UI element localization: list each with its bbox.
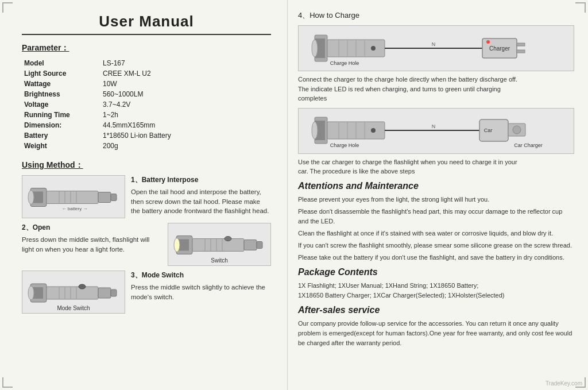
step-2-row: 2、Open Press down the middle switch, fla… (22, 223, 271, 266)
charge-diagram-2: Charge Hole N Car Car Charger (298, 108, 574, 154)
svg-point-49 (486, 40, 490, 44)
aftersales-text: Our company provide follow-up service fo… (298, 319, 574, 348)
how-to-charge-title: 4、How to Charge (298, 10, 574, 21)
charge-diagram-1: Charge Hole N Charger (298, 25, 574, 71)
svg-text:← battery →: ← battery → (62, 206, 88, 211)
step-3-title: 3、Mode Switch (131, 271, 271, 280)
param-value: 10W (82, 79, 271, 89)
page-title: User Manual (22, 13, 271, 30)
step-1-image: ← battery → (22, 175, 125, 218)
using-steps: ← battery → 1、Battery Interpose Open the… (22, 175, 271, 314)
param-value: 1~2h (82, 110, 271, 120)
step-3-desc: Press the middle switch slightly to achi… (131, 283, 271, 302)
param-row: Weight200g (22, 141, 271, 151)
svg-rect-20 (244, 240, 257, 250)
svg-point-19 (225, 236, 231, 241)
param-row: Voltage3.7~4.2V (22, 99, 271, 110)
svg-rect-14 (192, 238, 244, 251)
param-row: ModelLS-167 (22, 58, 271, 68)
svg-rect-21 (257, 241, 262, 248)
param-value: 200g (82, 141, 271, 151)
svg-rect-31 (98, 288, 111, 298)
param-label: Running Time (22, 110, 82, 120)
svg-point-58 (371, 128, 376, 133)
param-value: 3.7~4.2V (82, 99, 271, 110)
right-column: 4、How to Charge Charge Hole N (287, 0, 588, 390)
tradekey-watermark: TradeKey.com (546, 380, 582, 387)
step-2-text: 2、Open Press down the middle switch, fla… (22, 223, 162, 254)
param-row: Dimension:44.5mmX165mm (22, 120, 271, 130)
step-3-text: 3、Mode Switch Press the middle switch sl… (131, 271, 271, 302)
using-method-header: Using Method： (22, 160, 271, 171)
package-header: Package Contents (298, 267, 574, 277)
svg-text:Charge Hole: Charge Hole (330, 60, 359, 66)
svg-rect-47 (517, 43, 525, 46)
param-row: Running Time1~2h (22, 110, 271, 120)
svg-text:Charge Hole: Charge Hole (330, 142, 359, 148)
parameter-header: Parameter： (22, 43, 271, 53)
svg-rect-25 (47, 287, 98, 299)
step-2-title: 2、Open (22, 223, 162, 233)
param-value: LS-167 (82, 58, 271, 68)
param-value: 560~1000LM (82, 89, 271, 99)
svg-point-30 (79, 284, 86, 289)
svg-rect-8 (98, 192, 111, 202)
step-2-image-label: Switch (168, 257, 270, 264)
svg-rect-32 (111, 289, 117, 296)
attention-item: Clean the flashlight at once if it's sta… (298, 229, 574, 238)
title-divider (22, 34, 271, 35)
param-value: 1*18650 Li-ion Battery (82, 130, 271, 141)
corner-mark-tr (575, 2, 586, 13)
aftersales-header: After-sales service (298, 305, 574, 315)
param-row: Brightness560~1000LM (22, 89, 271, 99)
step-1-desc: Open the tail hood and interpose the bat… (131, 187, 271, 216)
charge-desc-2: Use the car charger to charge the flashl… (298, 157, 574, 176)
svg-text:N: N (431, 41, 435, 47)
attentions-list: Please prevent your eyes from the light,… (298, 195, 574, 262)
corner-mark-tl (2, 2, 13, 13)
param-value: CREE XM-L U2 (82, 68, 271, 79)
step-1-title: 1、Battery Interpose (131, 175, 271, 185)
svg-text:Charger: Charger (489, 45, 510, 52)
attentions-header: Attentions and Mainterance (298, 181, 574, 191)
param-label: Voltage (22, 99, 82, 110)
param-value: 44.5mmX165mm (82, 120, 271, 130)
svg-point-52 (312, 122, 318, 139)
svg-point-2 (28, 190, 34, 204)
svg-point-24 (28, 286, 34, 300)
step-2-image: Switch (168, 223, 271, 266)
param-label: Wattage (22, 79, 82, 89)
svg-rect-48 (517, 50, 525, 53)
svg-rect-3 (47, 191, 98, 203)
param-label: Weight (22, 141, 82, 151)
param-label: Dimension: (22, 120, 82, 130)
svg-text:Car: Car (483, 128, 492, 133)
step-1-row: ← battery → 1、Battery Interpose Open the… (22, 175, 271, 218)
attention-item: If you can't screw the flashlight smooth… (298, 241, 574, 250)
svg-point-41 (371, 46, 376, 51)
step-3-image: Mode Switch (22, 271, 125, 314)
charge-desc-1: Connect the charger to the charge hole d… (298, 75, 574, 103)
attention-item: Please take out the battery if you don't… (298, 253, 574, 262)
param-label: Brightness (22, 89, 82, 99)
svg-point-64 (513, 126, 521, 134)
attention-item: Please prevent your eyes from the light,… (298, 195, 574, 204)
attention-item: Please don't disassemble the flashlight'… (298, 207, 574, 226)
left-column: User Manual Parameter： ModelLS-167Light … (0, 0, 287, 390)
svg-point-13 (174, 238, 180, 252)
svg-point-35 (312, 40, 318, 57)
param-label: Model (22, 58, 82, 68)
step-1-text: 1、Battery Interpose Open the tail hood a… (131, 175, 271, 216)
param-row: Light SourceCREE XM-L U2 (22, 68, 271, 79)
step-2-desc: Press down the middle switch, flashlight… (22, 235, 162, 254)
parameter-table: ModelLS-167Light SourceCREE XM-L U2Watta… (22, 58, 271, 151)
param-label: Light Source (22, 68, 82, 79)
svg-text:N: N (431, 123, 435, 129)
svg-rect-9 (111, 194, 117, 200)
package-text: 1X Flashlight; 1XUser Manual; 1XHand Str… (298, 281, 574, 300)
param-row: Wattage10W (22, 79, 271, 89)
step-3-image-label: Mode Switch (22, 305, 125, 311)
step-3-row: Mode Switch 3、Mode Switch Press the midd… (22, 271, 271, 314)
corner-mark-bl (2, 377, 13, 388)
param-label: Battery (22, 130, 82, 141)
